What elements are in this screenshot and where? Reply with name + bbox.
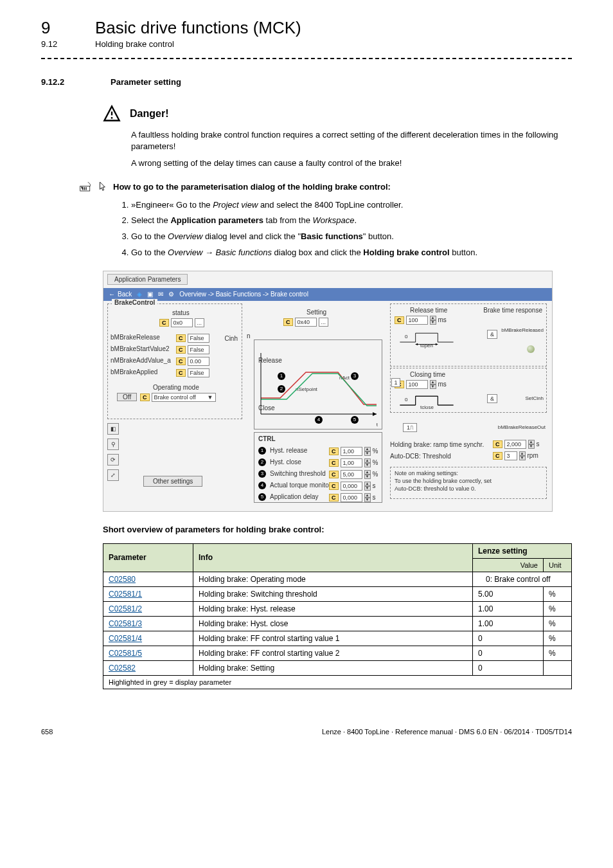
setting-ellipsis-button[interactable]: ... — [319, 318, 329, 327]
port-value[interactable]: 0.00 — [188, 357, 209, 366]
danger-paragraph-2: A wrong setting of the delay times can c… — [131, 158, 572, 169]
param-unit: % — [544, 646, 572, 660]
section-title: Parameter setting — [111, 77, 181, 87]
release-time-input[interactable]: 100 — [406, 316, 428, 325]
status-value[interactable]: 0x0 — [171, 318, 193, 327]
toolbar-icon[interactable]: ◈ — [137, 291, 142, 298]
zero-label: 0 — [405, 334, 407, 339]
step-text: Go to the — [131, 248, 168, 257]
status-label: status — [172, 309, 190, 316]
table-row: C02581/3 Holding brake: Hyst. close 1.00… — [103, 616, 572, 631]
bmbrakereleased-label: bMBrakeReleased — [501, 327, 544, 333]
param-link[interactable]: C02581/3 — [109, 619, 142, 628]
tab-application-params[interactable]: Application Parameters — [107, 274, 188, 285]
table-row: C02582 Holding brake: Setting 0 — [103, 660, 572, 675]
step-text: Go to the — [131, 231, 168, 241]
table-row: C02581/4 Holding brake: FF control start… — [103, 631, 572, 646]
one-block: 1 — [391, 378, 400, 387]
step-em: Project view — [213, 200, 258, 210]
param-value: 0 — [473, 660, 544, 675]
other-settings-button[interactable]: Other settings — [143, 476, 202, 487]
step-4: Go to the Overview → Basic functions dia… — [131, 247, 572, 259]
step-bold: Holding brake control — [363, 248, 449, 257]
col-value: Value — [473, 558, 544, 572]
step-text: dialog box and click the — [272, 248, 363, 257]
bullet-icon: 5 — [258, 493, 266, 501]
application-delay-input[interactable]: 0,000 — [341, 493, 362, 502]
actual-torque-input[interactable]: 0,000 — [341, 482, 362, 491]
param-link[interactable]: C02581/5 — [109, 649, 142, 658]
setting-value[interactable]: 0x40 — [295, 318, 317, 327]
danger-paragraph-1: A faultless holding brake control functi… — [131, 129, 572, 152]
application-delay-label: Application delay — [270, 493, 319, 500]
status-ellipsis-button[interactable]: ... — [195, 318, 205, 327]
tclose-label: tclose — [420, 404, 434, 410]
step-text: tab from the — [263, 215, 313, 225]
col-lenze: Lenze setting — [473, 543, 572, 558]
auto-dcb-label: Auto-DCB: Threshold — [390, 453, 451, 460]
table-row: C02580 Holding brake: Operating mode 0: … — [103, 572, 572, 586]
breadcrumb: Overview -> Basic Functions -> Brake con… — [179, 291, 308, 298]
sidebar-icon[interactable]: ⟳ — [107, 454, 119, 466]
step-text: . — [355, 215, 357, 225]
setcinh-label: SetCinh — [526, 395, 544, 401]
hyst-release-input[interactable]: 1,00 — [341, 447, 362, 456]
note-heading: Note on making settings: — [395, 470, 458, 477]
port-label: bMBrakeStartValue2 — [111, 345, 170, 352]
param-link[interactable]: C02580 — [109, 575, 136, 584]
param-unit — [544, 660, 572, 675]
section-number: 9.12.2 — [41, 77, 80, 87]
operating-mode-label: Operating mode — [153, 384, 199, 391]
back-button[interactable]: ← Back — [109, 291, 132, 298]
param-link[interactable]: C02581/1 — [109, 590, 142, 599]
c-badge-icon: C — [493, 440, 502, 448]
operating-mode-select[interactable]: Brake control off▼ — [152, 393, 216, 402]
param-unit: % — [544, 601, 572, 616]
and-gate-icon: & — [487, 330, 497, 339]
toolbar-icon[interactable]: ✉ — [158, 291, 163, 298]
param-link[interactable]: C02581/2 — [109, 604, 142, 613]
back-label: Back — [118, 291, 132, 298]
off-button[interactable]: Off — [117, 393, 137, 401]
step-text: and select the 8400 TopLine controller. — [258, 200, 403, 210]
bmbrakereleaseout-label: bMBrakeReleaseOut — [498, 424, 546, 430]
hyst-close-label: Hyst. close — [270, 458, 301, 466]
table-row: C02581/1 Holding brake: Switching thresh… — [103, 586, 572, 601]
port-value[interactable]: False — [188, 345, 209, 354]
hyst-close-input[interactable]: 1,00 — [341, 458, 362, 467]
parameter-dialog-screenshot: Application Parameters ← Back ◈ ▣ ✉ ⚙ Ov… — [103, 271, 572, 512]
toolbar-icon[interactable]: ▣ — [147, 291, 153, 298]
unit-label: % — [373, 459, 378, 466]
toolbar-icon[interactable]: ⚙ — [168, 291, 174, 298]
sidebar-icon[interactable]: ⤢ — [107, 469, 119, 481]
unit-label: % — [373, 448, 378, 455]
param-value: 5.00 — [473, 586, 544, 601]
holding-ramp-input[interactable]: 2,000 — [504, 440, 526, 449]
parameter-table: Parameter Info Lenze setting Value Unit … — [103, 543, 572, 689]
closing-time-input[interactable]: 100 — [406, 380, 428, 389]
howto-steps: »Engineer« Go to the Project view and se… — [131, 199, 572, 259]
auto-dcb-input[interactable]: 3 — [504, 451, 517, 460]
c-badge-icon: C — [329, 494, 339, 502]
port-value[interactable]: False — [188, 334, 209, 343]
port-value[interactable]: False — [188, 368, 209, 377]
bullet-icon: 2 — [258, 458, 266, 466]
sidebar-icon[interactable]: ◧ — [107, 423, 119, 435]
unit-label: s — [373, 482, 376, 489]
param-link[interactable]: C02581/4 — [109, 634, 142, 643]
c-badge-icon: C — [176, 369, 186, 377]
param-link[interactable]: C02582 — [109, 664, 136, 673]
table-row: C02581/5 Holding brake: FF control start… — [103, 646, 572, 660]
param-value: 0: Brake control off — [473, 572, 572, 586]
sidebar-icon[interactable]: ⚲ — [107, 439, 119, 450]
step-2: Select the Application parameters tab fr… — [131, 215, 572, 227]
select-value: Brake control off — [154, 394, 196, 401]
step-em: Overview — [168, 248, 202, 257]
switching-threshold-input[interactable]: 5,00 — [341, 470, 362, 479]
divider — [41, 58, 572, 59]
step-text: " button. — [363, 231, 394, 241]
unit-label: ms — [438, 381, 447, 388]
param-info: Holding brake: Operating mode — [193, 572, 473, 586]
topen-label: topen — [420, 343, 433, 348]
chapter-number: 9 — [41, 18, 64, 38]
